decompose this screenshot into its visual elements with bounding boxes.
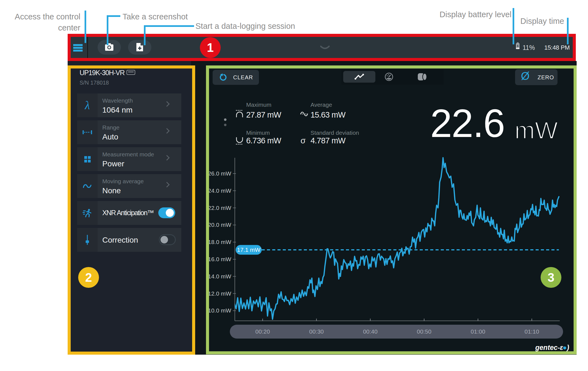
svg-text:16.0 mW: 16.0 mW [209,256,231,262]
svg-text:20.0 mW: 20.0 mW [209,222,231,228]
svg-text:01:00: 01:00 [471,328,485,335]
svg-text:00:30: 00:30 [309,328,324,335]
svg-text:00:40: 00:40 [363,328,378,335]
svg-text:00:50: 00:50 [417,328,432,335]
svg-text:00:20: 00:20 [255,328,270,335]
svg-text:22.0 mW: 22.0 mW [209,205,231,211]
svg-text:10.0 mW: 10.0 mW [209,307,231,314]
svg-text:01:10: 01:10 [525,328,539,335]
svg-text:24.0 mW: 24.0 mW [209,187,231,194]
svg-text:12.0 mW: 12.0 mW [209,290,231,297]
svg-text:17.1 mW: 17.1 mW [237,247,260,253]
svg-text:14.0 mW: 14.0 mW [209,273,231,279]
svg-text:18.0 mW: 18.0 mW [209,239,231,245]
svg-text:26.0 mW: 26.0 mW [209,170,231,177]
